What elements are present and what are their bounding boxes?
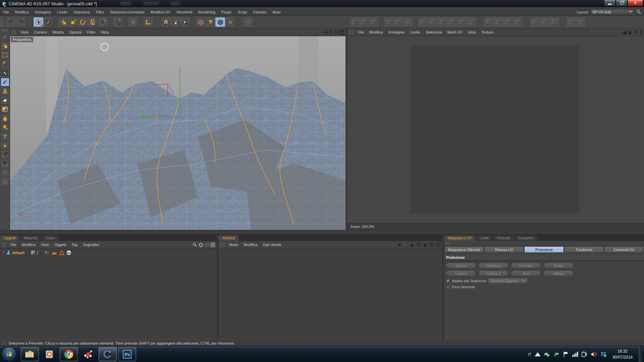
- viewport-menu-grip[interactable]: [11, 29, 16, 35]
- rotate-icon[interactable]: ↻: [334, 30, 338, 35]
- menu-livello[interactable]: Livello: [54, 9, 70, 15]
- uv-menu-mesh-uv[interactable]: Mesh UV: [445, 29, 465, 35]
- eyedropper-tool[interactable]: [1, 150, 9, 159]
- horizontal-splitter[interactable]: [0, 230, 644, 235]
- coordinates-tool[interactable]: [143, 17, 153, 27]
- text-tool[interactable]: T: [1, 132, 9, 141]
- palette-grip[interactable]: [1, 29, 9, 32]
- lock-icon[interactable]: [628, 30, 632, 35]
- history-forward-icon[interactable]: [404, 243, 408, 247]
- eraser-tool[interactable]: [1, 96, 9, 105]
- taskbar-cinema4d[interactable]: [99, 347, 117, 361]
- tab-attributi[interactable]: Attributi: [219, 235, 239, 241]
- transform-tool[interactable]: [1, 42, 9, 50]
- trasforma-button[interactable]: Trasforma: [564, 246, 604, 253]
- up-level-icon[interactable]: [410, 243, 414, 247]
- uv-menu-texture[interactable]: Texture: [479, 29, 496, 35]
- phong-tag-icon[interactable]: [59, 250, 64, 255]
- tab-livelli[interactable]: Livelli: [476, 235, 493, 241]
- antivirus-icon[interactable]: [553, 351, 559, 357]
- lock-icon[interactable]: [423, 243, 427, 247]
- menu-rendering[interactable]: Rendering: [195, 9, 218, 15]
- objects-menu-oggetti[interactable]: Oggetti: [52, 242, 69, 248]
- lock-axis-tool[interactable]: [88, 17, 97, 27]
- menu-aiuto[interactable]: Aiuto: [269, 9, 284, 15]
- menu-modifica[interactable]: Modifica: [12, 9, 32, 15]
- adatta-selezione-checkbox[interactable]: ✓: [446, 279, 450, 283]
- point-selection-tag-icon[interactable]: [44, 250, 50, 255]
- uv-menu-vista[interactable]: Vista: [465, 29, 479, 35]
- viewport-menu-vista[interactable]: Vista: [98, 29, 111, 35]
- add-panel-icon[interactable]: [436, 243, 440, 247]
- move-tool[interactable]: [58, 17, 68, 27]
- undo-button[interactable]: ↶: [6, 17, 16, 27]
- uv-tool-disabled[interactable]: [576, 18, 585, 26]
- render-settings-button[interactable]: [180, 17, 190, 27]
- stamp-tool[interactable]: [1, 87, 9, 96]
- action-center-flag-icon[interactable]: [563, 351, 569, 357]
- uv-menu-grip[interactable]: [348, 29, 354, 35]
- live-selection-tool[interactable]: [34, 17, 43, 27]
- objects-menu-file[interactable]: File: [8, 242, 19, 248]
- redo-button[interactable]: ↷: [16, 17, 25, 27]
- viewport-menu-filtro[interactable]: Filtro: [84, 29, 98, 35]
- viewport-menu-camere[interactable]: Camere: [31, 29, 50, 35]
- taskbar-chrome[interactable]: [60, 347, 78, 361]
- network-signal-icon[interactable]: [572, 351, 578, 357]
- taskbar-molecule-app[interactable]: [79, 347, 97, 361]
- menu-plugin[interactable]: Plugin: [218, 9, 235, 15]
- object-row-default[interactable]: └ default: [0, 249, 217, 257]
- screen-tool-disabled[interactable]: [1, 168, 9, 177]
- show-desktop-button[interactable]: [639, 346, 643, 362]
- pan-icon[interactable]: [323, 30, 328, 35]
- uv-texture-area[interactable]: [411, 46, 579, 214]
- eye-icon[interactable]: [205, 243, 209, 246]
- gradient-tool[interactable]: [1, 105, 9, 114]
- history-back-icon[interactable]: [397, 243, 401, 247]
- uv-tool-disabled[interactable]: [540, 18, 549, 26]
- language-indicator[interactable]: IT: [528, 352, 531, 356]
- uv-tool-disabled[interactable]: [550, 18, 559, 26]
- peso-normale-checkbox[interactable]: [446, 285, 450, 289]
- render-view-button[interactable]: [161, 17, 171, 27]
- menu-modifica-uv[interactable]: Modifica UV: [148, 9, 173, 15]
- objects-menu-tag[interactable]: Tag: [69, 242, 80, 248]
- rect-select-tool[interactable]: [1, 51, 9, 59]
- viewport-canvas[interactable]: Prospettiva: [10, 36, 345, 230]
- attributes-menu-modifica[interactable]: Modifica: [241, 242, 260, 248]
- frontale-button[interactable]: Frontale: [511, 263, 541, 268]
- add-panel-icon[interactable]: [211, 243, 215, 247]
- hidden-icons-arrow[interactable]: [535, 351, 541, 357]
- toolbar-grip[interactable]: [0, 16, 4, 27]
- uv-tool-disabled[interactable]: [369, 18, 378, 26]
- piatta-button[interactable]: Piatta: [544, 263, 573, 268]
- objects-menu-grip[interactable]: [1, 242, 6, 247]
- minimize-button[interactable]: [604, 0, 615, 6]
- uv-tool-disabled[interactable]: [360, 18, 369, 26]
- object-name[interactable]: default: [12, 251, 24, 255]
- shape-tool[interactable]: ★: [1, 141, 9, 150]
- uv-menu-immagine[interactable]: Immagine: [386, 29, 407, 35]
- viewport-menu-mostra[interactable]: Mostra: [50, 29, 66, 35]
- fill-tool[interactable]: [1, 114, 9, 123]
- zoom-icon[interactable]: [330, 30, 333, 35]
- search-icon[interactable]: [636, 9, 641, 14]
- uv-tool-disabled[interactable]: [457, 18, 466, 26]
- tab-oggetti[interactable]: Oggetti: [0, 235, 19, 241]
- start-button[interactable]: [2, 347, 16, 361]
- riduci-button[interactable]: Riduci: [544, 270, 573, 276]
- dropbox-icon[interactable]: [600, 351, 606, 357]
- battery-plug-icon[interactable]: [582, 351, 588, 357]
- sistema-oggetto-dropdown[interactable]: Sistema Oggetto: [488, 278, 528, 284]
- uv-tool-disabled[interactable]: [513, 18, 522, 26]
- objects-menu-segnalibri[interactable]: Segnalibri: [80, 242, 102, 248]
- uv-tool-disabled[interactable]: [350, 18, 359, 26]
- menu-seleziona[interactable]: Seleziona: [70, 9, 93, 15]
- menu-file[interactable]: File: [0, 9, 12, 15]
- uv-tool-disabled[interactable]: [567, 18, 576, 26]
- uv-tool-disabled[interactable]: [447, 18, 457, 26]
- sferica-button[interactable]: Sferica: [446, 263, 476, 268]
- objects-menu-vista[interactable]: Vista: [38, 242, 52, 248]
- uvw-tag-icon[interactable]: [66, 250, 71, 255]
- uv-menu-livello[interactable]: Livello: [407, 29, 423, 35]
